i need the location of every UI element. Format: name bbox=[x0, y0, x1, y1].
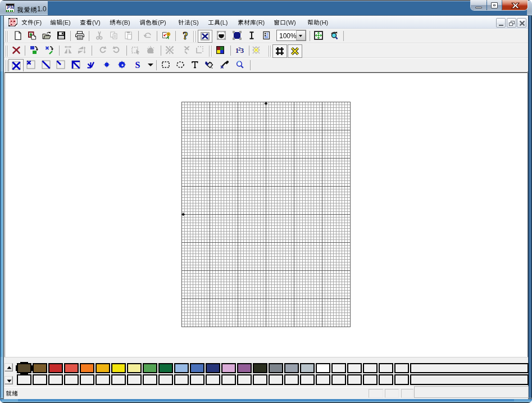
svg-text:?: ? bbox=[183, 30, 188, 42]
svg-text:S: S bbox=[135, 60, 140, 70]
svg-text:3: 3 bbox=[240, 47, 244, 55]
